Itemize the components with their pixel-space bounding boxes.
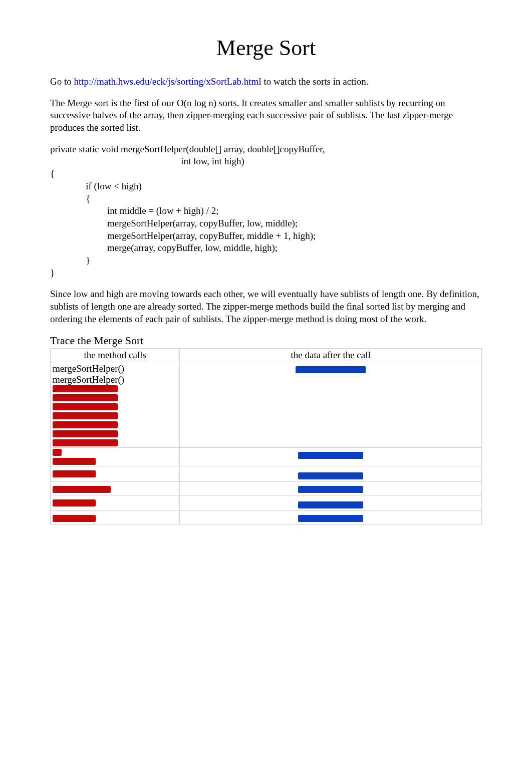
redacted-line	[53, 430, 118, 437]
redacted-line	[53, 499, 96, 506]
explanation-paragraph: Since low and high are moving towards ea…	[50, 288, 482, 325]
table-header-row: the method calls the data after the call	[51, 349, 482, 362]
redacted-line	[53, 385, 118, 392]
cell-data	[180, 482, 482, 495]
trace-table: the method calls the data after the call…	[50, 348, 482, 525]
table-row	[51, 448, 482, 466]
cell-calls	[51, 495, 180, 511]
redacted-line	[53, 412, 118, 419]
cell-data	[180, 495, 482, 511]
table-row	[51, 495, 482, 511]
redacted-data	[298, 452, 363, 459]
redacted-line	[53, 449, 62, 456]
table-row	[51, 466, 482, 482]
cell-calls	[51, 466, 180, 482]
redacted-data	[296, 366, 366, 373]
redacted-line	[53, 439, 118, 446]
redacted-data	[298, 472, 363, 479]
xsortlab-link[interactable]: http://math.hws.edu/eck/js/sorting/xSort…	[74, 76, 261, 87]
page-title: Merge Sort	[50, 35, 482, 61]
cell-calls	[51, 482, 180, 495]
redacted-data	[298, 515, 363, 522]
table-row	[51, 511, 482, 525]
intro-suffix: to watch the sorts in action.	[261, 76, 369, 87]
cell-data	[180, 511, 482, 525]
intro-prefix: Go to	[50, 76, 74, 87]
call-text: mergeSortHelper()	[53, 374, 177, 385]
table-row: mergeSortHelper() mergeSortHelper()	[51, 362, 482, 448]
redacted-line	[53, 515, 96, 522]
redacted-line	[53, 394, 118, 401]
header-data-after: the data after the call	[180, 349, 482, 362]
cell-calls	[51, 511, 180, 525]
cell-data	[180, 362, 482, 448]
header-method-calls: the method calls	[51, 349, 180, 362]
redacted-line	[53, 470, 96, 477]
call-text: mergeSortHelper()	[53, 363, 177, 374]
redacted-line	[53, 486, 111, 493]
cell-data	[180, 466, 482, 482]
cell-calls: mergeSortHelper() mergeSortHelper()	[51, 362, 180, 448]
cell-data	[180, 448, 482, 466]
redacted-line	[53, 403, 118, 410]
code-block: private static void mergeSortHelper(doub…	[50, 143, 482, 280]
table-row	[51, 482, 482, 495]
intro-paragraph: Go to http://math.hws.edu/eck/js/sorting…	[50, 76, 482, 88]
cell-calls	[51, 448, 180, 466]
redacted-call-stack	[53, 385, 177, 446]
trace-heading: Trace the Merge Sort	[50, 334, 482, 347]
description-paragraph: The Merge sort is the first of our O(n l…	[50, 97, 482, 134]
redacted-line	[53, 421, 118, 428]
redacted-line	[53, 458, 96, 465]
redacted-data	[298, 486, 363, 493]
redacted-data	[298, 501, 363, 508]
